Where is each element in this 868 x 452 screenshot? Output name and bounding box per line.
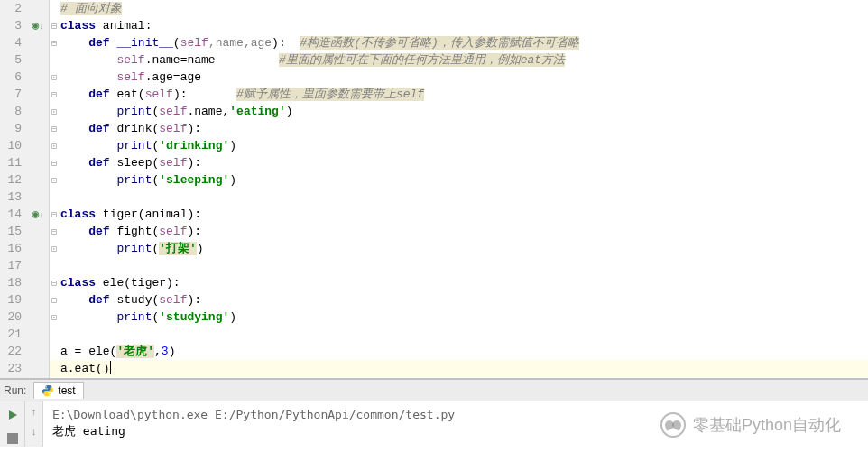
run-panel: Run: test ↑ ↓ E:\Download\python.exe E:/… [0,379,868,447]
code-line[interactable]: ⊟class animal: [50,17,868,34]
code-line[interactable]: ⊡ self.age=age [50,69,868,86]
gutter-markers: ◉↓◉↓ [27,0,49,377]
code-line[interactable]: ⊟ def sleep(self): [50,154,868,171]
svg-point-1 [49,394,50,395]
code-line[interactable]: ⊟ def fight(self): [50,223,868,240]
code-line[interactable]: ⊡ print(self.name,'eating') [50,103,868,120]
stop-button[interactable] [5,430,21,447]
code-line[interactable]: ⊟ def eat(self): #赋予属性，里面参数需要带上self [50,86,868,103]
scroll-up-icon[interactable]: ↑ [31,407,37,420]
run-tab-label: test [58,384,75,397]
console-output[interactable]: E:\Download\python.exe E:/Python/PythonA… [43,401,868,447]
code-line[interactable] [50,257,868,274]
code-editor[interactable]: 234567891011121314151617181920212223 ◉↓◉… [0,0,868,379]
code-line[interactable] [50,189,868,206]
arrow-column: ↑ ↓ [25,401,43,447]
code-line[interactable]: ⊟ def __init__(self,name,age): #构造函数(不传参… [50,34,868,51]
code-line[interactable]: ⊡ print('studying') [50,309,868,326]
svg-point-0 [46,386,47,387]
code-line[interactable]: a.eat() [50,360,868,377]
code-line[interactable]: ⊡ print('sleeping') [50,171,868,189]
line-numbers: 234567891011121314151617181920212223 [0,0,27,377]
code-line[interactable]: a = ele('老虎',3) [50,343,868,360]
code-line[interactable]: # 面向对象 [50,0,868,17]
scroll-down-icon[interactable]: ↓ [31,427,37,439]
code-line[interactable]: ⊟ def drink(self): [50,120,868,137]
rerun-button[interactable] [5,407,21,423]
gutter: 234567891011121314151617181920212223 ◉↓◉… [0,0,50,378]
console-stdout: 老虎 eating [52,423,859,439]
code-line[interactable]: ⊟ def study(self): [50,291,868,309]
code-line[interactable]: ⊡ print('打架') [50,240,868,257]
run-label: Run: [4,384,26,397]
run-toolbar [0,401,25,447]
console-command: E:\Download\python.exe E:/Python/PythonA… [52,407,859,423]
code-area[interactable]: # 面向对象⊟class animal:⊟ def __init__(self,… [50,0,868,378]
run-tabs: Run: test [0,380,868,401]
python-icon [42,384,54,397]
code-line[interactable] [50,326,868,343]
code-line[interactable]: ⊡ print('drinking') [50,137,868,154]
code-line[interactable]: self.name=name #里面的属性可在下面的任何方法里通用，例如eat方… [50,51,868,69]
code-line[interactable]: ⊟class tiger(animal): [50,206,868,223]
code-line[interactable]: ⊟class ele(tiger): [50,274,868,291]
run-tab-test[interactable]: test [33,382,83,399]
